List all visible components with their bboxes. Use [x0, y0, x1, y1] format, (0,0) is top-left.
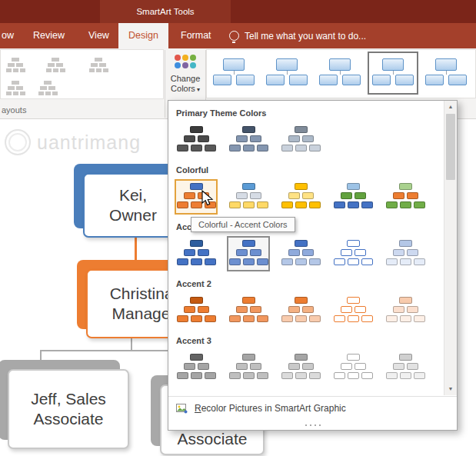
color-section-row	[168, 122, 444, 161]
color-variant-swatch[interactable]	[279, 122, 322, 158]
color-variant-swatch[interactable]	[384, 350, 427, 385]
color-section-row	[168, 236, 444, 275]
color-variant-swatch[interactable]	[279, 236, 322, 271]
watermark-text: uantrimang	[37, 131, 141, 154]
ribbon-tab-row: ow Review View Design Format Tell me wha…	[0, 23, 476, 48]
scrollbar-thumb[interactable]	[446, 114, 455, 180]
color-variant-swatch[interactable]	[384, 179, 427, 215]
org-box-text: Jeff, Sales	[31, 389, 106, 409]
layouts-gallery	[0, 49, 164, 99]
change-colors-menu: Primary Theme ColorsColorfulAccent 1Acce…	[168, 100, 458, 431]
color-variants-gallery: Primary Theme ColorsColorfulAccent 1Acce…	[168, 101, 444, 395]
lightbulb-icon	[229, 31, 239, 41]
color-variant-swatch[interactable]	[227, 179, 270, 215]
tell-me-label: Tell me what you want to do...	[245, 31, 366, 42]
recolor-pictures-label: Recolor Pictures in SmartArt Graphic	[195, 403, 346, 414]
change-colors-label: Change Colors▾	[171, 74, 201, 95]
color-variant-swatch[interactable]	[279, 350, 322, 385]
contextual-tab-title: SmartArt Tools	[136, 7, 194, 16]
smartart-tools-header: SmartArt Tools	[100, 0, 231, 23]
color-variant-swatch[interactable]	[175, 236, 218, 271]
color-variant-swatch[interactable]	[384, 293, 427, 328]
color-section-header: Accent 3	[168, 331, 444, 350]
color-variant-swatch[interactable]	[227, 122, 270, 158]
dropdown-arrow-icon: ▾	[197, 86, 200, 93]
org-box-text: Kei,	[119, 185, 147, 205]
layout-thumbnail[interactable]	[2, 55, 28, 75]
powerpoint-window: uantrimang Kei, Owner Christina, Manager…	[0, 0, 476, 456]
color-variant-swatch[interactable]	[227, 350, 270, 385]
layout-thumbnail[interactable]	[82, 55, 115, 75]
menu-scrollbar[interactable]: ▲ ▼	[444, 101, 457, 395]
change-colors-icon	[175, 55, 197, 69]
color-section-row	[168, 350, 444, 388]
org-box-text: Manager	[112, 304, 176, 324]
color-variant-swatch[interactable]	[227, 236, 270, 271]
tab-view[interactable]: View	[78, 23, 119, 48]
smartart-style-thumbnail[interactable]	[261, 52, 312, 95]
color-variant-swatch[interactable]	[331, 350, 374, 385]
tab-review[interactable]: Review	[23, 23, 75, 48]
watermark-logo-icon	[5, 129, 31, 155]
color-variant-swatch[interactable]	[279, 293, 322, 328]
color-variant-swatch[interactable]	[175, 350, 218, 385]
gallery-resize-grip[interactable]	[168, 421, 457, 430]
tooltip: Colorful - Accent Colors	[191, 217, 295, 232]
smartart-style-thumbnail[interactable]	[315, 52, 365, 95]
tab-slide-show-partial[interactable]: ow	[0, 23, 18, 48]
color-variant-swatch[interactable]	[175, 122, 218, 158]
color-variant-swatch[interactable]	[279, 179, 322, 215]
color-section-header: Colorful	[168, 161, 444, 179]
tab-format[interactable]: Format	[171, 23, 221, 48]
color-variant-swatch[interactable]	[384, 236, 427, 271]
color-variant-swatch[interactable]	[175, 293, 218, 328]
tab-design-active[interactable]: Design	[118, 23, 168, 48]
org-chart-box-sales-associate[interactable]: Jeff, Sales Associate	[8, 369, 129, 449]
color-section-row	[168, 293, 444, 331]
smartart-style-thumbnail[interactable]	[368, 52, 418, 95]
tell-me-box[interactable]: Tell me what you want to do...	[229, 23, 366, 48]
layout-thumbnail[interactable]	[35, 78, 61, 98]
color-variant-swatch[interactable]	[227, 293, 270, 328]
recolor-pictures-icon	[176, 403, 188, 414]
scroll-down-button[interactable]: ▼	[444, 383, 457, 395]
recolor-pictures-item[interactable]: Recolor Pictures in SmartArt Graphic	[168, 398, 457, 419]
watermark: uantrimang	[5, 129, 141, 155]
menu-divider	[168, 396, 457, 397]
scroll-up-button[interactable]: ▲	[444, 101, 457, 113]
smartart-style-thumbnail[interactable]	[421, 52, 471, 95]
smartart-styles-gallery	[206, 49, 476, 98]
layout-thumbnail[interactable]	[2, 78, 28, 98]
layouts-group-label: ayouts	[2, 105, 26, 115]
group-separator	[165, 50, 165, 118]
layout-thumbnail[interactable]	[35, 55, 76, 75]
color-variant-swatch[interactable]	[331, 293, 374, 328]
mouse-cursor	[201, 190, 215, 207]
org-box-text: Owner	[109, 205, 157, 225]
connector-line	[131, 338, 132, 351]
color-section-header: Primary Theme Colors	[168, 104, 444, 122]
color-variant-swatch[interactable]	[331, 236, 374, 271]
org-box-text: Associate	[33, 409, 103, 429]
titlebar: SmartArt Tools	[0, 0, 476, 23]
color-variant-swatch[interactable]	[331, 179, 374, 215]
smartart-style-thumbnail[interactable]	[208, 52, 259, 95]
org-box-text: Associate	[177, 429, 247, 449]
color-section-header: Accent 2	[168, 275, 444, 293]
